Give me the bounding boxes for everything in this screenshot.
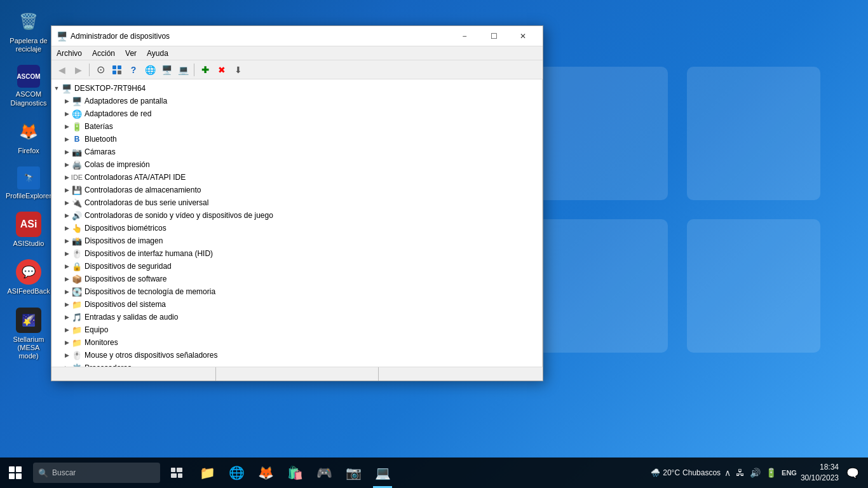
desktop-icon-stellarium[interactable]: 🌠 Stellarium (MESA mode) — [6, 305, 51, 363]
expand-controladoras-sonido[interactable]: ▶ — [62, 209, 72, 222]
tree-view[interactable]: ▼ 🖥️ DESKTOP-7RT9H64 ▶ 🖥️ Adaptadores de… — [51, 79, 543, 367]
expand-disp-biometricos[interactable]: ▶ — [62, 222, 72, 234]
toolbar-back[interactable]: ◀ — [54, 62, 69, 78]
taskbar-file-explorer[interactable]: 📁 — [193, 458, 221, 488]
toolbar-remove[interactable]: ✖ — [214, 62, 229, 78]
menu-archivo[interactable]: Archivo — [51, 48, 87, 59]
desktop-icon-asi-studio[interactable]: ASi ASIStudio — [6, 209, 51, 250]
taskbar-task-view[interactable] — [163, 458, 191, 488]
expand-adaptadores-red[interactable]: ▶ — [62, 107, 72, 120]
expand-disp-imagen[interactable]: ▶ — [62, 234, 72, 247]
expand-mouse[interactable]: ▶ — [62, 349, 72, 362]
language-icon[interactable]: ENG — [782, 469, 797, 477]
ascom-label: ASCOM Diagnostics — [9, 90, 48, 107]
desktop-icon-ascom[interactable]: ASCOM ASCOM Diagnostics — [6, 62, 51, 109]
desktop-icon-asi-feedback[interactable]: 💬 ASIFeedBack — [6, 257, 51, 298]
list-item[interactable]: ▶ 🔌 Controladoras de bus serie universal — [51, 196, 542, 209]
toolbar-scan[interactable] — [109, 62, 125, 78]
expand-controladoras-alm[interactable]: ▶ — [62, 184, 72, 196]
list-item[interactable]: ▶ 📷 Cámaras — [51, 146, 542, 158]
taskbar-edge[interactable]: 🌐 — [222, 458, 250, 488]
svg-rect-14 — [171, 473, 177, 478]
toolbar: ◀ ▶ ⊙ ? 🌐 🖥️ 💻 ✚ ✖ ⬇ — [51, 60, 543, 79]
desktop-icon-firefox[interactable]: 🦊 Firefox — [6, 116, 51, 158]
menu-accion[interactable]: Acción — [87, 48, 120, 59]
list-item[interactable]: ▶ 📸 Dispositivos de imagen — [51, 234, 542, 247]
menu-ayuda[interactable]: Ayuda — [142, 48, 173, 59]
taskbar-app6[interactable]: 🎮 — [310, 458, 338, 488]
expand-controladoras-ata[interactable]: ▶ — [62, 171, 72, 184]
list-item[interactable]: ▶ 🔒 Dispositivos de seguridad — [51, 260, 542, 273]
list-item[interactable]: ▶ ⚙️ Procesadores — [51, 362, 542, 367]
toolbar-comp[interactable]: 💻 — [175, 62, 191, 78]
svg-rect-15 — [178, 473, 182, 478]
list-item[interactable]: ▶ 💾 Controladoras de almacenamiento — [51, 184, 542, 196]
expand-disp-seguridad[interactable]: ▶ — [62, 260, 72, 273]
network-icon[interactable]: 🖧 — [736, 468, 745, 478]
list-item[interactable]: ▶ 👆 Dispositivos biométricos — [51, 222, 542, 234]
list-item[interactable]: ▶ 🔋 Baterías — [51, 120, 542, 133]
list-item[interactable]: ▶ 🔊 Controladoras de sonido y vídeo y di… — [51, 209, 542, 222]
toolbar-network[interactable]: 🌐 — [142, 62, 158, 78]
expand-procesadores[interactable]: ▶ — [62, 362, 72, 367]
taskbar-device-manager[interactable]: 💻 — [369, 458, 397, 488]
toolbar-properties[interactable]: ⊙ — [93, 62, 108, 78]
expand-baterias[interactable]: ▶ — [62, 120, 72, 133]
list-item[interactable]: ▶ 🌐 Adaptadores de red — [51, 107, 542, 120]
tree-root[interactable]: ▼ 🖥️ DESKTOP-7RT9H64 — [51, 82, 542, 95]
list-item[interactable]: ▶ 🖱️ Dispositivos de interfaz humana (HI… — [51, 247, 542, 260]
taskbar-app7[interactable]: 📷 — [339, 458, 367, 488]
expand-equipo[interactable]: ▶ — [62, 323, 72, 336]
expand-adaptadores-pantalla[interactable]: ▶ — [62, 95, 72, 107]
expand-bluetooth[interactable]: ▶ — [62, 133, 72, 146]
list-item[interactable]: ▶ 🖱️ Mouse y otros dispositivos señalado… — [51, 349, 542, 362]
taskbar-store[interactable]: 🛍️ — [281, 458, 309, 488]
chevron-icon[interactable]: ∧ — [724, 468, 731, 478]
list-item[interactable]: ▶ B Bluetooth — [51, 133, 542, 146]
list-item[interactable]: ▶ 🎵 Entradas y salidas de audio — [51, 311, 542, 323]
expand-monitores[interactable]: ▶ — [62, 336, 72, 349]
desktop-icon-profile-explorer[interactable]: 🔭 ProfileExplorer — [6, 164, 51, 203]
toolbar-add[interactable]: ✚ — [198, 62, 213, 78]
expand-entradas-audio[interactable]: ▶ — [62, 311, 72, 323]
expand-disp-sistema[interactable]: ▶ — [62, 298, 72, 311]
expand-disp-hid[interactable]: ▶ — [62, 247, 72, 260]
toolbar-forward[interactable]: ▶ — [71, 62, 86, 78]
start-button[interactable] — [0, 458, 31, 488]
system-clock[interactable]: 18:34 30/10/2023 — [801, 462, 839, 484]
list-item[interactable]: ▶ 🖨️ Colas de impresión — [51, 158, 542, 171]
expand-controladoras-bus[interactable]: ▶ — [62, 196, 72, 209]
expand-camaras[interactable]: ▶ — [62, 146, 72, 158]
menu-ver[interactable]: Ver — [120, 48, 142, 59]
item-disp-seguridad: Dispositivos de seguridad — [85, 262, 172, 271]
expand-disp-software[interactable]: ▶ — [62, 273, 72, 285]
close-button[interactable]: ✕ — [508, 26, 538, 46]
list-item[interactable]: ▶ 📦 Dispositivos de software — [51, 273, 542, 285]
taskbar-right: 🌧️ 20°C Chubascos ∧ 🖧 🔊 🔋 ENG 18:34 30/1… — [646, 458, 868, 488]
battery-icon[interactable]: 🔋 — [766, 468, 776, 478]
expand-root[interactable]: ▼ — [51, 82, 62, 95]
expand-disp-memoria[interactable]: ▶ — [62, 285, 72, 298]
weather-widget[interactable]: 🌧️ 20°C Chubascos — [651, 468, 721, 477]
item-monitores: Monitores — [85, 338, 118, 347]
list-item[interactable]: ▶ IDE Controladoras ATA/ATAPI IDE — [51, 171, 542, 184]
taskbar-firefox[interactable]: 🦊 — [252, 458, 280, 488]
list-item[interactable]: ▶ 🖥️ Adaptadores de pantalla — [51, 95, 542, 107]
maximize-button[interactable]: ☐ — [479, 26, 508, 46]
list-item[interactable]: ▶ 📁 Dispositivos del sistema — [51, 298, 542, 311]
list-item[interactable]: ▶ 💽 Dispositivos de tecnología de memori… — [51, 285, 542, 298]
search-bar[interactable]: 🔍 — [33, 463, 160, 483]
list-item[interactable]: ▶ 📁 Monitores — [51, 336, 542, 349]
toolbar-update[interactable]: ⬇ — [231, 62, 246, 78]
search-input[interactable] — [52, 468, 155, 477]
expand-colas-impresion[interactable]: ▶ — [62, 158, 72, 171]
taskbar: 🔍 📁 🌐 🦊 🛍️ 🎮 📷 💻 🌧️ 20°C Chu — [0, 458, 868, 488]
sound-icon[interactable]: 🔊 — [750, 468, 761, 478]
list-item[interactable]: ▶ 📁 Equipo — [51, 323, 542, 336]
toolbar-screen[interactable]: 🖥️ — [159, 62, 174, 78]
notification-button[interactable]: 🗨️ — [843, 458, 863, 488]
svg-rect-3 — [687, 219, 820, 353]
minimize-button[interactable]: − — [450, 26, 479, 46]
desktop-icon-recycle-bin[interactable]: 🗑️ Papelera de reciclaje — [6, 6, 51, 56]
toolbar-help[interactable]: ? — [126, 62, 141, 78]
